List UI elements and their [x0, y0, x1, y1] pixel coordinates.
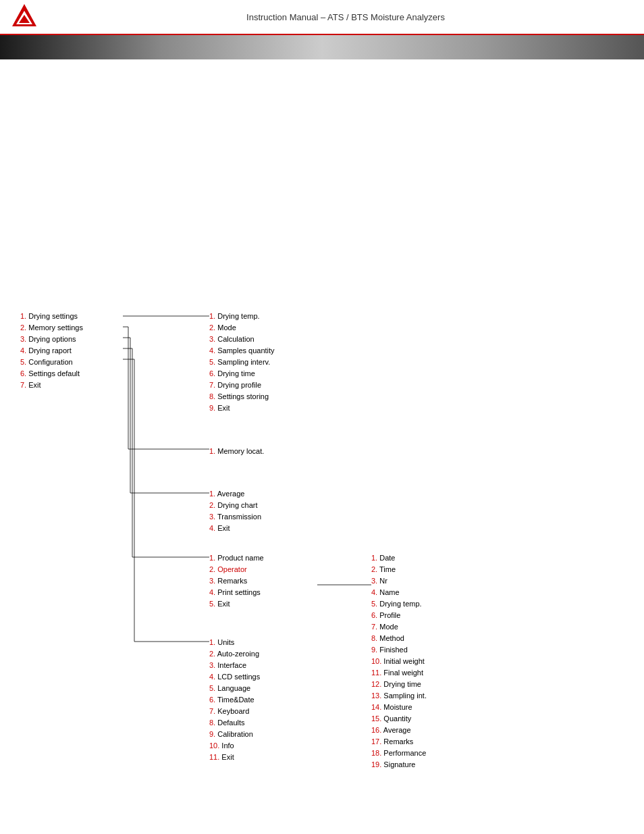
- submenu-4-item-3: 3. Remarks: [209, 575, 264, 587]
- submenu-5-item-9: 9. Calibration: [209, 729, 260, 740]
- num-1: 1.: [20, 312, 26, 320]
- print-item-16: 16. Average: [371, 725, 427, 736]
- print-item-18: 18. Performance: [371, 748, 427, 759]
- submenu-5-item-3: 3. Interface: [209, 660, 260, 671]
- submenu-1-item-1: 1. Drying temp.: [209, 311, 275, 322]
- print-item-5: 5. Drying temp.: [371, 598, 427, 610]
- submenu-1-item-2: 2. Mode: [209, 322, 275, 334]
- submenu-4-item-4: 4. Print settings: [209, 587, 264, 598]
- submenu-2-list: 1. Memory locat.: [209, 446, 264, 457]
- submenu-memory-settings: 1. Memory locat.: [209, 446, 264, 457]
- print-item-6: 6. Profile: [371, 610, 427, 621]
- submenu-3-item-2: 2. Drying chart: [209, 500, 261, 511]
- header-title: Instruction Manual – ATS / BTS Moisture …: [58, 12, 633, 22]
- submenu-1-item-6: 6. Drying time: [209, 368, 275, 380]
- num-4: 4.: [20, 346, 26, 355]
- submenu-5-item-11: 11. Exit: [209, 752, 260, 763]
- submenu-3-item-4: 4. Exit: [209, 523, 261, 534]
- print-item-17: 17. Remarks: [371, 736, 427, 748]
- main-menu-list: 1. Drying settings 2. Memory settings 3.…: [20, 311, 83, 391]
- main-menu-item-3: 3. Drying options: [20, 334, 83, 345]
- submenu-3-item-1: 1. Average: [209, 488, 261, 500]
- page-wrapper: Instruction Manual – ATS / BTS Moisture …: [0, 0, 644, 834]
- submenu-5-item-7: 7. Keyboard: [209, 706, 260, 717]
- submenu-5-list: 1. Units 2. Auto-zeroing 3. Interface 4.…: [209, 637, 260, 763]
- print-item-3: 3. Nr: [371, 575, 427, 587]
- connector-lines-svg: [20, 311, 628, 834]
- num-5: 5.: [20, 358, 26, 366]
- print-item-10: 10. Initial weight: [371, 656, 427, 667]
- submenu-3-list: 1. Average 2. Drying chart 3. Transmissi…: [209, 488, 261, 534]
- print-item-2: 2. Time: [371, 564, 427, 575]
- submenu-5-item-5: 5. Language: [209, 683, 260, 694]
- print-item-1: 1. Date: [371, 552, 427, 564]
- submenu-4-item-5: 5. Exit: [209, 598, 264, 610]
- submenu-5-item-2: 2. Auto-zeroing: [209, 648, 260, 660]
- submenu-5-item-4: 4. LCD settings: [209, 671, 260, 683]
- main-menu: 1. Drying settings 2. Memory settings 3.…: [20, 311, 83, 391]
- submenu-print-settings: 1. Date 2. Time 3. Nr 4. Name 5. Drying …: [371, 552, 427, 771]
- print-item-15: 15. Quantity: [371, 713, 427, 725]
- main-menu-item-7: 7. Exit: [20, 380, 83, 391]
- num-3: 3.: [20, 335, 26, 343]
- num-7: 7.: [20, 381, 26, 389]
- submenu-5-item-8: 8. Defaults: [209, 717, 260, 729]
- print-item-19: 19. Signature: [371, 759, 427, 771]
- submenu-4-list: 1. Product name 2. Operator 3. Remarks 4…: [209, 552, 264, 610]
- submenu-4-item-1: 1. Product name: [209, 552, 264, 564]
- submenu-drying-raport: 1. Product name 2. Operator 3. Remarks 4…: [209, 552, 264, 610]
- submenu-4-item-2: 2. Operator: [209, 564, 264, 575]
- submenu-print-list: 1. Date 2. Time 3. Nr 4. Name 5. Drying …: [371, 552, 427, 771]
- submenu-drying-options: 1. Average 2. Drying chart 3. Transmissi…: [209, 488, 261, 534]
- print-item-8: 8. Method: [371, 633, 427, 644]
- submenu-configuration: 1. Units 2. Auto-zeroing 3. Interface 4.…: [209, 637, 260, 763]
- submenu-1-item-7: 7. Drying profile: [209, 380, 275, 391]
- submenu-2-item-1: 1. Memory locat.: [209, 446, 264, 457]
- main-menu-item-5: 5. Configuration: [20, 357, 83, 368]
- submenu-1-item-4: 4. Samples quantity: [209, 345, 275, 357]
- submenu-1-item-8: 8. Settings storing: [209, 391, 275, 402]
- logo: [11, 3, 45, 31]
- print-item-12: 12. Drying time: [371, 679, 427, 690]
- banner: [0, 35, 644, 59]
- print-item-9: 9. Finished: [371, 644, 427, 656]
- print-item-7: 7. Mode: [371, 621, 427, 633]
- main-menu-item-1: 1. Drying settings: [20, 311, 83, 322]
- print-item-14: 14. Moisture: [371, 702, 427, 713]
- main-menu-item-2: 2. Memory settings: [20, 322, 83, 334]
- submenu-5-item-6: 6. Time&Date: [209, 694, 260, 706]
- print-item-4: 4. Name: [371, 587, 427, 598]
- submenu-5-item-10: 10. Info: [209, 740, 260, 752]
- submenu-5-item-1: 1. Units: [209, 637, 260, 648]
- submenu-1-item-3: 3. Calculation: [209, 334, 275, 345]
- num-2: 2.: [20, 323, 26, 332]
- main-menu-item-6: 6. Settings default: [20, 368, 83, 380]
- submenu-3-item-3: 3. Transmission: [209, 511, 261, 523]
- submenu-1-item-5: 5. Sampling interv.: [209, 357, 275, 368]
- print-item-13: 13. Sampling int.: [371, 690, 427, 702]
- print-item-11: 11. Final weight: [371, 667, 427, 679]
- submenu-drying-settings: 1. Drying temp. 2. Mode 3. Calculation 4…: [209, 311, 275, 414]
- main-menu-item-4: 4. Drying raport: [20, 345, 83, 357]
- submenu-1-list: 1. Drying temp. 2. Mode 3. Calculation 4…: [209, 311, 275, 414]
- num-6: 6.: [20, 369, 26, 377]
- header: Instruction Manual – ATS / BTS Moisture …: [0, 0, 644, 35]
- submenu-1-item-9: 9. Exit: [209, 402, 275, 414]
